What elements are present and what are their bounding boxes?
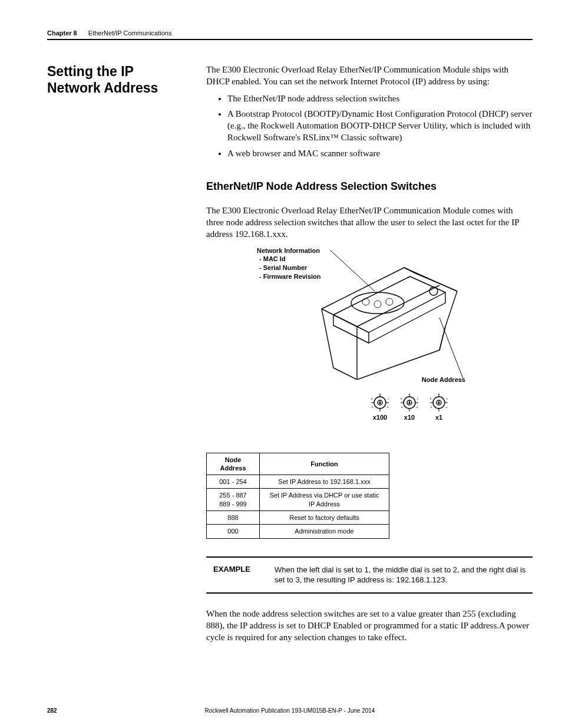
table-cell: 888 <box>207 510 260 524</box>
table-cell: Administration mode <box>260 525 389 538</box>
svg-text:6: 6 <box>401 406 403 409</box>
svg-point-2 <box>362 298 369 305</box>
method-list: The EtherNet/IP node address selection s… <box>206 93 533 159</box>
node-address-table: Node Address Function 001 - 254 Set IP A… <box>206 453 389 539</box>
table-cell: 001 - 254 <box>207 475 260 489</box>
dial-x1: 0 2 4 6 8 x1 <box>429 393 449 421</box>
table-cell: Set IP Address to 192.168.1.xxx <box>260 475 389 489</box>
sub-paragraph: The E300 Electronic Overload Relay Ether… <box>206 205 533 241</box>
svg-text:4: 4 <box>416 406 418 409</box>
svg-point-4 <box>386 298 393 305</box>
page-header: Chapter 8 EtherNet/IP Communications <box>47 29 533 40</box>
svg-text:8: 8 <box>371 397 373 400</box>
dial-x10: 0 2 4 6 8 x10 <box>399 393 419 421</box>
table-header-func: Function <box>260 453 389 475</box>
dial-x100: 0 2 4 6 8 x100 <box>370 393 390 421</box>
device-illustration-icon <box>286 250 463 380</box>
svg-text:2: 2 <box>447 397 448 400</box>
example-callout: EXAMPLE When the left dial is set to 1, … <box>206 556 533 594</box>
example-label: EXAMPLE <box>209 565 263 585</box>
svg-text:2: 2 <box>388 397 389 400</box>
list-item: The EtherNet/IP node address selection s… <box>227 93 533 104</box>
dial-label: x1 <box>429 414 449 421</box>
rotary-dial-icon: 0 2 4 6 8 <box>399 393 419 413</box>
node-address-callout: Node Address <box>422 376 465 383</box>
dial-row: 0 2 4 6 8 x100 <box>370 393 449 421</box>
page-footer: 282 Rockwell Automation Publication 193-… <box>47 707 533 714</box>
svg-text:4: 4 <box>387 406 389 409</box>
publication-info: Rockwell Automation Publication 193-UM01… <box>47 707 533 714</box>
svg-point-3 <box>374 301 381 308</box>
table-cell: 000 <box>207 525 260 538</box>
table-row: 001 - 254 Set IP Address to 192.168.1.xx… <box>207 475 389 489</box>
dial-label: x10 <box>399 414 419 421</box>
table-cell: 255 - 887 889 - 999 <box>207 489 260 511</box>
table-row: 255 - 887 889 - 999 Set IP Address via D… <box>207 489 389 511</box>
svg-text:6: 6 <box>431 406 432 409</box>
list-item: A web browser and MAC scanner software <box>227 147 533 159</box>
svg-point-0 <box>351 292 404 314</box>
dial-label: x100 <box>370 414 390 421</box>
svg-text:2: 2 <box>417 397 419 400</box>
list-item: A Bootstrap Protocol (BOOTP)/Dynamic Hos… <box>227 108 533 144</box>
chapter-title: EtherNet/IP Communications <box>88 29 172 37</box>
table-cell: Set IP Address via DHCP or use static IP… <box>260 489 389 511</box>
svg-text:8: 8 <box>401 397 402 400</box>
closing-paragraph: When the node address selection switches… <box>206 608 533 644</box>
sub-heading: EtherNet/IP Node Address Selection Switc… <box>206 180 533 193</box>
table-header-node: Node Address <box>207 453 260 475</box>
svg-text:6: 6 <box>372 406 373 409</box>
svg-text:4: 4 <box>446 406 448 409</box>
svg-text:8: 8 <box>430 397 432 400</box>
svg-text:0: 0 <box>438 393 440 396</box>
rotary-dial-icon: 0 2 4 6 8 <box>429 393 449 413</box>
svg-text:0: 0 <box>409 393 411 396</box>
table-row: 888 Reset to factory defaults <box>207 510 389 524</box>
svg-text:0: 0 <box>379 393 381 396</box>
rotary-dial-icon: 0 2 4 6 8 <box>370 393 390 413</box>
table-row: 000 Administration mode <box>207 525 389 538</box>
section-heading: Setting the IP Network Address <box>47 64 189 96</box>
table-cell: Reset to factory defaults <box>260 510 389 524</box>
example-text: When the left dial is set to 1, the midd… <box>275 565 530 585</box>
chapter-number: Chapter 8 <box>47 29 77 37</box>
intro-paragraph: The E300 Electronic Overload Relay Ether… <box>206 64 533 88</box>
module-diagram: Network Information - MAC Id - Serial Nu… <box>206 246 533 447</box>
